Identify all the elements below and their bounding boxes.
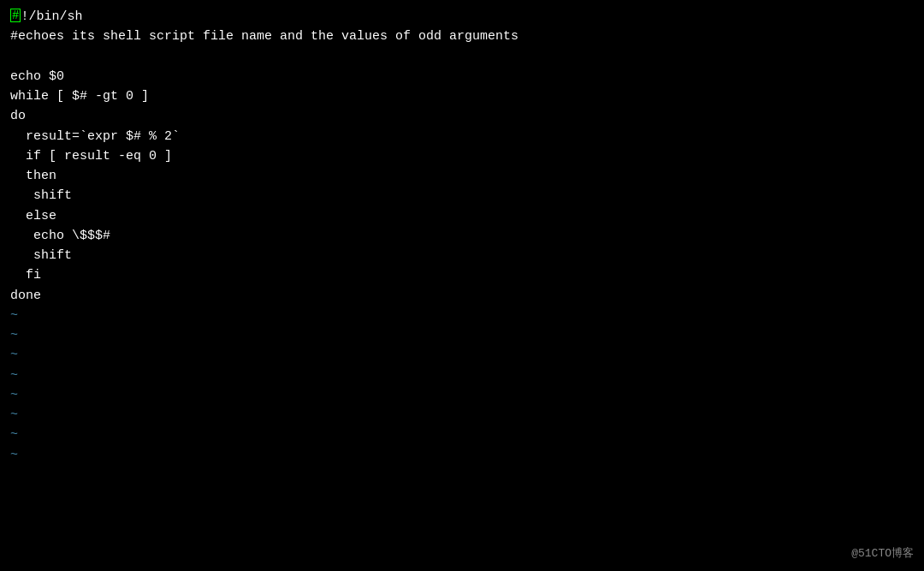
shebang-text: !/bin/sh (21, 9, 82, 24)
code-line-while: while [ $# -gt 0 ] (10, 86, 914, 106)
tilde-4: ~ (10, 366, 914, 385)
tilde-8: ~ (10, 445, 914, 465)
code-line-echo-dollar: echo \$$$# (10, 226, 914, 246)
tilde-2: ~ (10, 325, 914, 345)
tilde-3: ~ (10, 345, 914, 365)
tilde-7: ~ (10, 425, 914, 444)
shebang-hash-icon: # (10, 9, 21, 22)
code-editor: #!/bin/sh #echoes its shell script file … (0, 0, 924, 571)
shebang-line: #!/bin/sh (10, 7, 914, 27)
tilde-1: ~ (10, 306, 914, 325)
code-line-then: then (10, 166, 914, 186)
code-line-shift1: shift (10, 186, 914, 205)
code-line-do: do (10, 106, 914, 126)
code-line-done: done (10, 286, 914, 306)
code-line-else: else (10, 206, 914, 226)
watermark: @51CTO博客 (851, 545, 914, 561)
code-line-fi: fi (10, 265, 914, 285)
code-line-shift2: shift (10, 246, 914, 265)
empty-line-1 (10, 47, 914, 67)
code-line-if: if [ result -eq 0 ] (10, 146, 914, 166)
tilde-6: ~ (10, 405, 914, 425)
code-line-echo: echo $0 (10, 67, 914, 86)
tilde-5: ~ (10, 385, 914, 405)
code-line-result: result=`expr $# % 2` (10, 127, 914, 146)
code-line-comment: #echoes its shell script file name and t… (10, 27, 914, 46)
